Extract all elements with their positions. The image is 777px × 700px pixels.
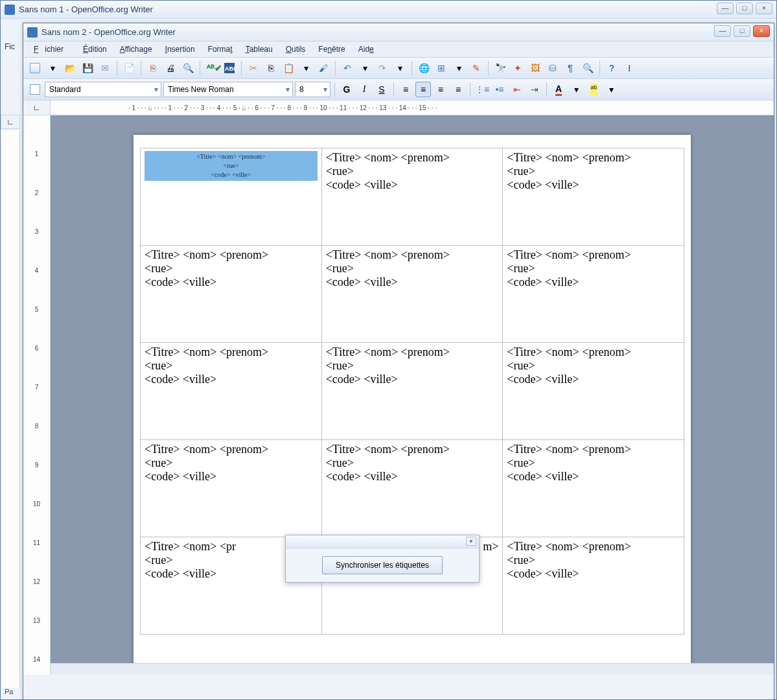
synchronize-labels-dialog[interactable]: × Synchroniser les étiquettes [285, 535, 480, 583]
menu-window[interactable]: Fenêtre [312, 43, 351, 56]
font-name-combo[interactable]: Times New Roman ▾ [163, 82, 293, 97]
parent-minimize-button[interactable]: — [717, 3, 734, 14]
menu-table[interactable]: Tableau [239, 43, 279, 56]
menubar: Fichier Édition Affichage Insertion Form… [23, 41, 774, 58]
dropdown-icon[interactable]: ▾ [298, 60, 314, 76]
label-cell[interactable]: <Titre> <nom> <prenom> <rue> <code> <vil… [141, 343, 322, 440]
dropdown-icon[interactable]: ▾ [451, 60, 467, 76]
italic-button[interactable]: I [356, 82, 372, 97]
print-icon[interactable]: 🖨 [163, 60, 178, 76]
vertical-ruler[interactable]: 1 2 3 4 5 6 7 8 9 10 11 12 13 14 [23, 115, 51, 675]
label-cell[interactable]: <Titre> <nom> <prenom> <rue> <code> <vil… [141, 440, 322, 537]
menu-file[interactable]: Fichier [27, 43, 76, 56]
spellcheck-icon[interactable]: ᴬᴮ✔ [204, 60, 220, 76]
save-icon[interactable]: 💾 [80, 60, 95, 76]
autospell-icon[interactable]: ABC [222, 60, 237, 76]
label-cell-selected[interactable]: <Titre> <nom> <prenom> <rue> <code> <vil… [141, 148, 322, 246]
menu-format[interactable]: Format [202, 43, 239, 56]
close-button[interactable]: × [753, 25, 770, 37]
label-cell[interactable]: <Titre> <nom> <prenom> <rue> <code> <vil… [321, 343, 503, 440]
synchronize-labels-button[interactable]: Synchroniser les étiquettes [322, 556, 443, 574]
open-icon[interactable]: 📂 [62, 60, 78, 76]
main-window-controls: — □ × [714, 25, 770, 37]
table-icon[interactable]: ⊞ [434, 60, 449, 76]
paragraph-style-combo[interactable]: Standard ▾ [45, 82, 161, 97]
label-cell[interactable]: <Titre> <nom> <prenom> <rue> <code> <vil… [321, 440, 503, 537]
label-cell[interactable]: <Titre> <nom> <prenom> <rue> <code> <vil… [503, 537, 684, 635]
hyperlink-icon[interactable]: 🌐 [416, 60, 432, 76]
menu-view[interactable]: Affichage [113, 43, 159, 56]
format-paint-icon[interactable]: 🖌 [316, 60, 331, 76]
help-icon[interactable]: ? [604, 60, 620, 76]
label-cell[interactable]: <Titre> <nom> <prenom> <rue> <code> <vil… [321, 148, 503, 246]
dialog-titlebar[interactable]: × [286, 535, 479, 548]
label-cell[interactable]: <Titre> <nom> <prenom> <rue> <code> <vil… [503, 246, 684, 343]
nonprinting-icon[interactable]: ¶ [562, 60, 578, 76]
font-size-combo[interactable]: 8 ▾ [295, 82, 331, 97]
align-justify-button[interactable]: ≡ [450, 82, 466, 97]
font-color-button[interactable]: A [551, 82, 566, 97]
divider [470, 82, 470, 97]
maximize-button[interactable]: □ [734, 25, 750, 37]
ruler-corner: ∟ [23, 100, 51, 115]
dropdown-icon[interactable]: ▾ [392, 60, 408, 76]
menu-edit[interactable]: Édition [76, 43, 113, 56]
numbered-list-button[interactable]: ⋮≡ [474, 82, 490, 97]
app-icon [27, 27, 38, 38]
highlight-button[interactable]: ᵃᵇ [586, 82, 601, 97]
label-cell[interactable]: <Titre> <nom> <prenom> <rue> <code> <vil… [503, 440, 684, 537]
redo-icon[interactable]: ↷ [375, 60, 390, 76]
label-cell[interactable]: <Titre> <nom> <prenom> <rue> <code> <vil… [503, 148, 684, 246]
parent-title: Sans nom 1 - OpenOffice.org Writer [19, 5, 153, 14]
new-doc-icon[interactable] [27, 60, 43, 76]
menu-help[interactable]: Aide [352, 43, 380, 56]
zoom-icon[interactable]: 🔍 [580, 60, 596, 76]
menu-insert[interactable]: Insertion [159, 43, 202, 56]
increase-indent-button[interactable]: ⇥ [527, 82, 542, 97]
styles-icon[interactable] [27, 82, 43, 97]
page[interactable]: <Titre> <nom> <prenom> <rue> <code> <vil… [133, 135, 691, 666]
find-icon[interactable]: 🔭 [493, 60, 508, 76]
divider [412, 61, 412, 75]
dropdown-icon[interactable]: ▾ [568, 82, 584, 97]
parent-window-controls: — □ × [717, 3, 772, 14]
drawing-icon[interactable]: ✎ [469, 60, 484, 76]
document-viewport[interactable]: <Titre> <nom> <prenom> <rue> <code> <vil… [51, 115, 774, 675]
main-titlebar[interactable]: Sans nom 2 - OpenOffice.org Writer — □ × [23, 23, 774, 41]
gallery-icon[interactable]: 🖼 [528, 60, 543, 76]
parent-close-button[interactable]: × [756, 3, 772, 14]
bold-button[interactable]: G [339, 82, 354, 97]
cut-icon[interactable]: ✂ [246, 60, 261, 76]
label-cell[interactable]: <Titre> <nom> <prenom> <rue> <code> <vil… [503, 343, 684, 440]
align-right-button[interactable]: ≡ [433, 82, 448, 97]
copy-icon[interactable]: ⎘ [263, 60, 279, 76]
parent-titlebar[interactable]: Sans nom 1 - OpenOffice.org Writer — □ × [1, 1, 776, 19]
horizontal-ruler[interactable]: · 1 · · · ⌂ · · · · 1 · · · 2 · · · 3 · … [51, 100, 774, 115]
toolbar-options-icon[interactable]: ⁞ [621, 60, 637, 76]
decrease-indent-button[interactable]: ⇤ [509, 82, 525, 97]
parent-menu-fragment: Fic [1, 40, 19, 54]
dropdown-icon[interactable]: ▾ [603, 82, 619, 97]
bullet-list-button[interactable]: •≡ [492, 82, 507, 97]
dialog-close-button[interactable]: × [466, 537, 476, 546]
email-icon[interactable]: ✉ [97, 60, 113, 76]
parent-maximize-button[interactable]: □ [736, 3, 753, 14]
label-cell[interactable]: <Titre> <nom> <prenom> <rue> <code> <vil… [321, 246, 503, 343]
ruler-container: ∟ · 1 · · · ⌂ · · · · 1 · · · 2 · · · 3 … [23, 100, 774, 115]
dropdown-icon[interactable]: ▾ [45, 60, 60, 76]
minimize-button[interactable]: — [714, 25, 731, 37]
edit-file-icon[interactable]: 📄 [121, 60, 137, 76]
horizontal-scrollbar[interactable] [51, 663, 774, 675]
undo-icon[interactable]: ↶ [340, 60, 355, 76]
menu-tools[interactable]: Outils [279, 43, 312, 56]
preview-icon[interactable]: 🔍 [180, 60, 196, 76]
export-pdf-icon[interactable]: ⎘ [145, 60, 161, 76]
datasources-icon[interactable]: ⛁ [545, 60, 561, 76]
align-left-button[interactable]: ≡ [398, 82, 413, 97]
dropdown-icon[interactable]: ▾ [357, 60, 373, 76]
align-center-button[interactable]: ≡ [415, 82, 431, 97]
label-cell[interactable]: <Titre> <nom> <prenom> <rue> <code> <vil… [141, 246, 322, 343]
navigator-icon[interactable]: ✦ [510, 60, 526, 76]
paste-icon[interactable]: 📋 [281, 60, 296, 76]
underline-button[interactable]: S [374, 82, 389, 97]
